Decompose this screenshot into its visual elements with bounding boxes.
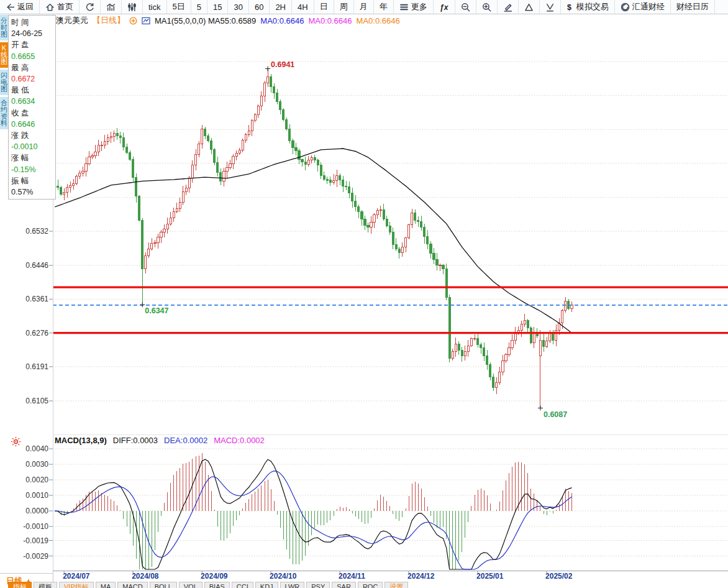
info-label: 收 盘 bbox=[11, 108, 55, 119]
indicator-tab-设置[interactable]: 设置 bbox=[384, 582, 408, 588]
toolbar-label: 5 bbox=[197, 2, 201, 12]
info-label: 涨 幅 bbox=[11, 152, 55, 163]
svg-text:$: $ bbox=[567, 3, 571, 12]
price-axis-label: 0.6276 bbox=[16, 329, 48, 338]
indicator-tab-MA[interactable]: MA bbox=[96, 582, 116, 588]
chart-mode-tabs: 分时图K线图闪电图合约资料 bbox=[0, 15, 8, 129]
fx678-brand-icon bbox=[621, 2, 630, 12]
toolbar-period-60[interactable]: 60 bbox=[249, 0, 270, 14]
toolbar-back[interactable]: 返回 bbox=[0, 0, 40, 14]
toolbar-period-30[interactable]: 30 bbox=[228, 0, 248, 14]
month-label: 2024/12 bbox=[407, 572, 434, 581]
toolbar-period-5d[interactable]: 5日 bbox=[167, 0, 191, 14]
macd-dea-line bbox=[55, 471, 571, 569]
macd-axis-label: -0.0019 bbox=[16, 536, 48, 545]
side-tab-闪电图[interactable]: 闪电图 bbox=[0, 70, 8, 95]
toolbar-period-5[interactable]: 5 bbox=[191, 0, 207, 14]
demo-trading-icon: $ bbox=[566, 2, 574, 12]
toolbar-period-year[interactable]: 年 bbox=[374, 0, 394, 14]
info-label: 开 盘 bbox=[11, 39, 55, 50]
toolbar-chart-type[interactable] bbox=[101, 0, 122, 14]
period-tag: 【日线】 bbox=[93, 15, 125, 26]
shape-triangle-icon bbox=[524, 2, 534, 12]
toolbar-label: 财经日历 bbox=[676, 1, 709, 12]
toolbar-indicator-adjust[interactable] bbox=[122, 0, 143, 14]
extreme-marker bbox=[538, 406, 543, 411]
toolbar-home[interactable]: 首页 bbox=[40, 0, 80, 14]
info-value: -0.0010 bbox=[11, 141, 55, 152]
info-label: 最 低 bbox=[11, 85, 55, 96]
month-label: 2024/10 bbox=[270, 572, 296, 581]
toolbar-more-menu[interactable]: 更多 bbox=[394, 0, 434, 14]
add-indicator-icon[interactable] bbox=[129, 17, 137, 25]
toolbar-period-day[interactable]: 日 bbox=[314, 0, 334, 14]
toolbar-fx678-brand[interactable]: 汇通财经 bbox=[615, 0, 671, 14]
side-tab-K线图[interactable]: K线图 bbox=[0, 42, 8, 68]
indicator-tab-VIP指标[interactable]: VIP指标 bbox=[59, 582, 94, 588]
ma0-value-1: MA0:0.6646 bbox=[260, 16, 304, 25]
toolbar-label: 30 bbox=[234, 2, 242, 12]
info-value: 0.6655 bbox=[11, 51, 55, 62]
indicator-tab-CCI[interactable]: CCI bbox=[232, 582, 253, 588]
toolbar-period-tick[interactable]: tick bbox=[143, 0, 167, 14]
info-value: 0.6672 bbox=[11, 73, 55, 85]
toolbar-refresh[interactable] bbox=[80, 0, 101, 14]
toolbar-period-15[interactable]: 15 bbox=[207, 0, 228, 14]
toolbar-label: 4H bbox=[298, 2, 308, 12]
indicator-tab-模板[interactable]: 模板 bbox=[34, 582, 57, 588]
chart-canvas[interactable] bbox=[0, 0, 728, 588]
macd-panel-separator bbox=[53, 434, 728, 435]
toolbar-label: 日 bbox=[320, 1, 328, 12]
toolbar-label: 月 bbox=[360, 1, 368, 12]
side-tab-合约资料[interactable]: 合约资料 bbox=[0, 97, 8, 129]
toolbar-shape-triangle[interactable] bbox=[519, 0, 540, 14]
month-label: 2024/08 bbox=[132, 572, 158, 581]
toolbar-label: 首页 bbox=[57, 1, 73, 12]
toolbar-demo-trading[interactable]: $模拟交易 bbox=[561, 0, 615, 14]
macd-title: MACD(13,8,9) bbox=[55, 436, 107, 445]
toolbar-label: 2H bbox=[275, 2, 286, 12]
macd-dea-value: DEA:0.0002 bbox=[164, 436, 207, 445]
toolbar-draw-pencil[interactable] bbox=[498, 0, 519, 14]
indicator-tab-指标[interactable]: 指标 bbox=[8, 582, 32, 588]
toolbar-econ-calendar[interactable]: 财经日历 bbox=[671, 0, 715, 14]
indicator-tab-VOL[interactable]: VOL bbox=[179, 582, 202, 588]
toolbar-label: 周 bbox=[340, 1, 348, 12]
info-label: 振 幅 bbox=[11, 175, 55, 186]
top-toolbar: 返回首页tick5日51530602H4H日周月年更多ƒx$模拟交易汇通财经财经… bbox=[0, 0, 728, 14]
indicator-tab-KDJ[interactable]: KDJ bbox=[255, 582, 278, 588]
month-label: 2025/02 bbox=[545, 572, 572, 581]
mini-chart-icon[interactable] bbox=[142, 17, 150, 25]
toolbar-zoom-in[interactable] bbox=[476, 0, 498, 14]
info-value: 0.6646 bbox=[11, 119, 55, 130]
toolbar-formula-fx[interactable]: ƒx bbox=[434, 0, 455, 14]
quote-info-panel: 时 间24-06-25开 盘0.6655最 高0.6672最 低0.6634收 … bbox=[8, 15, 56, 200]
toolbar-label: 60 bbox=[255, 2, 263, 12]
draw-pencil-icon bbox=[503, 2, 512, 12]
indicator-tab-LWR[interactable]: LWR bbox=[280, 582, 305, 588]
price-axis-label: 0.6361 bbox=[16, 295, 48, 303]
indicator-tab-MACD[interactable]: MACD bbox=[117, 582, 147, 588]
indicator-tab-BOLL[interactable]: BOLL bbox=[150, 582, 177, 588]
toolbar-label: 返回 bbox=[17, 1, 34, 12]
indicator-tab-PSY[interactable]: PSY bbox=[306, 582, 330, 588]
side-tab-分时图[interactable]: 分时图 bbox=[0, 15, 8, 40]
toolbar-period-4h[interactable]: 4H bbox=[292, 0, 314, 14]
toolbar-shape-check[interactable] bbox=[540, 0, 561, 14]
toolbar-zoom-out[interactable] bbox=[455, 0, 476, 14]
price-axis-label: 0.6191 bbox=[16, 362, 48, 371]
extreme-marker bbox=[140, 302, 145, 307]
month-label: 2025/01 bbox=[476, 572, 503, 581]
ma0-value-3: MA0:0.6646 bbox=[357, 16, 400, 25]
indicator-tab-BIAS[interactable]: BIAS bbox=[204, 582, 230, 588]
indicator-tab-SAR[interactable]: SAR bbox=[332, 582, 356, 588]
indicator-tab-ROC[interactable]: ROC bbox=[358, 582, 383, 588]
month-label: 2024/11 bbox=[339, 572, 365, 581]
indicator-settings-sun-icon[interactable] bbox=[11, 436, 21, 449]
info-value: 0.57% bbox=[11, 186, 55, 198]
shape-check-icon bbox=[545, 2, 555, 12]
price-axis-label: 0.6105 bbox=[16, 397, 48, 405]
toolbar-period-2h[interactable]: 2H bbox=[270, 0, 292, 14]
toolbar-period-month[interactable]: 月 bbox=[354, 0, 374, 14]
toolbar-period-week[interactable]: 周 bbox=[334, 0, 354, 14]
